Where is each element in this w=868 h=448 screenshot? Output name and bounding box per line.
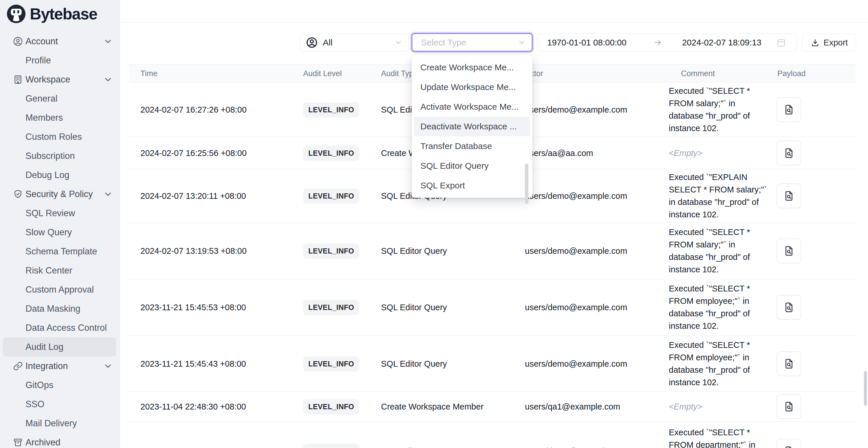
audit-level-cell: LEVEL_INFO	[303, 444, 359, 448]
level-badge: LEVEL_INFO	[303, 102, 359, 117]
file-search-icon	[783, 245, 795, 257]
bytebase-logo[interactable]: Bytebase	[0, 0, 120, 28]
table-row: 2023-11-04 21:26:34 +08:00LEVEL_INFOSQL …	[129, 422, 856, 448]
table-row: 2023-11-21 15:45:43 +08:00LEVEL_INFOSQL …	[129, 336, 856, 392]
sidebar-section-label: Archived	[26, 437, 61, 448]
time-cell: 2024-02-07 13:20:11 +08:00	[141, 191, 246, 201]
table-row: 2023-11-21 15:45:53 +08:00LEVEL_INFOSQL …	[129, 279, 856, 336]
sidebar-item-label: Mail Delivery	[26, 418, 77, 428]
type-option-update-workspace-me[interactable]: Update Workspace Me...	[412, 77, 532, 97]
sidebar-item-slow-query[interactable]: Slow Query	[0, 223, 120, 242]
time-cell: 2023-11-04 21:26:34 +08:00	[141, 447, 246, 448]
user-circle-icon	[306, 36, 318, 49]
sidebar-item-data-access-control[interactable]: Data Access Control	[0, 318, 120, 338]
payload-view-button[interactable]	[776, 238, 801, 263]
audit-level-cell: LEVEL_INFO	[303, 146, 359, 160]
sidebar-item-label: Schema Template	[26, 246, 97, 257]
time-cell: 2024-02-07 16:25:56 +08:00	[141, 148, 247, 158]
empty-comment: <Empty>	[669, 148, 703, 157]
payload-view-button[interactable]	[776, 141, 801, 165]
file-search-icon	[783, 104, 795, 116]
payload-cell	[776, 439, 801, 448]
sidebar-item-general[interactable]: General	[0, 89, 120, 108]
audit-type-cell: Create Workspace Member	[381, 402, 484, 412]
sidebar-item-custom-approval[interactable]: Custom Approval	[0, 280, 120, 299]
sidebar-section-workspace[interactable]: Workspace	[0, 70, 120, 89]
date-range-picker[interactable]: 1970-01-01 08:00:00 2024-02-07 18:09:13	[537, 34, 797, 52]
payload-view-button[interactable]	[776, 439, 801, 448]
type-option-label: SQL Export	[421, 181, 465, 190]
payload-view-button[interactable]	[776, 351, 801, 376]
file-search-icon	[783, 190, 795, 202]
top-bar	[120, 0, 868, 23]
type-filter-select[interactable]: Select Type	[412, 33, 532, 52]
chevron-down-icon	[517, 38, 526, 47]
audit-level-cell: LEVEL_INFO	[303, 399, 359, 414]
payload-view-button[interactable]	[776, 394, 801, 419]
sidebar-item-profile[interactable]: Profile	[0, 51, 120, 70]
sidebar-item-gitops[interactable]: GitOps	[0, 376, 120, 395]
file-search-icon	[783, 445, 795, 448]
chevron-down-icon	[103, 361, 113, 371]
sidebar-item-custom-roles[interactable]: Custom Roles	[0, 127, 120, 147]
link-icon	[13, 361, 23, 371]
building-icon	[13, 74, 23, 85]
type-filter-dropdown: Create Workspace Me...Update Workspace M…	[412, 55, 532, 198]
sidebar-item-members[interactable]: Members	[0, 108, 120, 127]
file-search-icon	[783, 147, 795, 159]
sidebar-item-subscription[interactable]: Subscription	[0, 147, 120, 165]
sidebar-section-archived[interactable]: Archived	[0, 433, 120, 448]
actor-filter-select[interactable]: All	[300, 34, 409, 52]
comment-cell: Executed `"SELECT * FROM salary;"` in da…	[669, 226, 771, 276]
column-header-payload: Payload	[777, 69, 806, 78]
actor-cell: users/demo@example.com	[525, 303, 627, 312]
type-option-deactivate-workspace[interactable]: Deactivate Workspace ...	[414, 117, 530, 136]
sidebar-item-risk-center[interactable]: Risk Center	[0, 261, 120, 280]
type-option-sql-export[interactable]: SQL Export	[412, 176, 532, 195]
download-icon	[811, 38, 820, 47]
type-option-create-workspace-me[interactable]: Create Workspace Me...	[412, 58, 532, 77]
sidebar-item-audit-log[interactable]: Audit Log	[3, 338, 116, 357]
time-cell: 2023-11-04 22:48:30 +08:00	[141, 402, 246, 412]
shield-check-icon	[13, 189, 23, 199]
sidebar-item-sql-review[interactable]: SQL Review	[0, 204, 120, 223]
page-scrollbar[interactable]	[864, 371, 867, 406]
payload-cell	[776, 184, 801, 209]
sidebar-item-mail-delivery[interactable]: Mail Delivery	[0, 414, 120, 433]
sidebar-item-data-masking[interactable]: Data Masking	[0, 299, 120, 318]
date-range-start[interactable]: 1970-01-01 08:00:00	[547, 38, 626, 47]
sidebar-section-security-policy[interactable]: Security & Policy	[0, 185, 120, 204]
type-option-transfer-database[interactable]: Transfer Database	[412, 136, 532, 156]
date-range-end[interactable]: 2024-02-07 18:09:13	[682, 38, 762, 47]
payload-view-button[interactable]	[776, 184, 801, 209]
sidebar-item-label: Slow Query	[26, 227, 72, 237]
sidebar-item-sso[interactable]: SSO	[0, 395, 120, 414]
sidebar-section-integration[interactable]: Integration	[0, 357, 120, 376]
sidebar-item-schema-template[interactable]: Schema Template	[0, 242, 120, 261]
level-badge: LEVEL_INFO	[303, 356, 359, 371]
type-option-sql-editor-query[interactable]: SQL Editor Query	[412, 156, 532, 176]
audit-type-cell: SQL Editor Query	[381, 246, 447, 256]
payload-cell	[776, 97, 801, 122]
sidebar-section-account[interactable]: Account	[0, 32, 120, 51]
actor-cell: users/demo@example.com	[525, 191, 627, 201]
export-button[interactable]: Export	[802, 34, 856, 52]
comment-cell: Executed `"EXPLAIN SELECT * FROM salary;…	[669, 171, 771, 221]
payload-view-button[interactable]	[776, 295, 801, 320]
dropdown-scrollbar[interactable]	[525, 163, 528, 204]
comment-cell: Executed `"SELECT * FROM salary;"` in da…	[669, 85, 771, 135]
chevron-down-icon	[103, 74, 113, 85]
sidebar-item-debug-log[interactable]: Debug Log	[0, 165, 120, 185]
sidebar-item-label: Subscription	[26, 151, 75, 161]
sidebar-item-label: SQL Review	[26, 208, 75, 219]
type-option-activate-workspace-me[interactable]: Activate Workspace Me...	[412, 97, 532, 117]
actor-cell: users/qa1@example.com	[525, 402, 620, 412]
sidebar-section-label: Workspace	[26, 74, 70, 85]
time-cell: 2023-11-21 15:45:43 +08:00	[141, 359, 246, 369]
sidebar-section-label: Security & Policy	[26, 189, 93, 199]
chevron-down-icon	[103, 189, 113, 199]
payload-cell	[776, 295, 801, 320]
payload-view-button[interactable]	[776, 97, 801, 122]
sidebar-item-label: SSO	[26, 399, 44, 410]
sidebar-item-label: Audit Log	[26, 342, 63, 352]
